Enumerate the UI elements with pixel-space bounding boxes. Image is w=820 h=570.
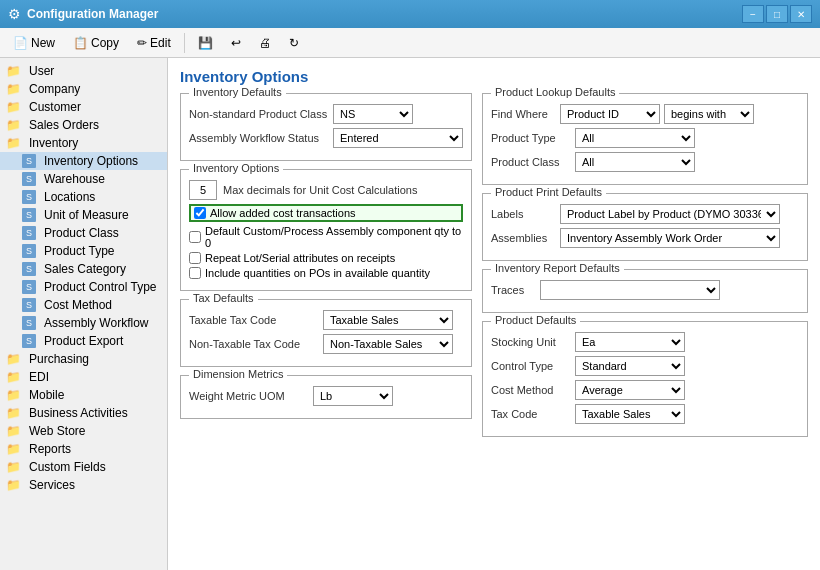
sidebar-item-label: Product Class — [44, 226, 119, 240]
assembly-select[interactable]: Entered — [333, 128, 463, 148]
non-std-select[interactable]: NS — [333, 104, 413, 124]
item-icon: S — [22, 208, 36, 222]
sidebar-item-customer[interactable]: 📁Customer — [0, 98, 167, 116]
item-icon: S — [22, 244, 36, 258]
sidebar-item-sales-category[interactable]: SSales Category — [0, 260, 167, 278]
sidebar-item-services[interactable]: 📁Services — [0, 476, 167, 494]
product-lookup-content: Find Where Product ID begins with Produc… — [491, 104, 799, 172]
weight-select[interactable]: Lb — [313, 386, 393, 406]
inventory-defaults-content: Non-standard Product Class NS Assembly W… — [189, 104, 463, 148]
sidebar-item-business-activities[interactable]: 📁Business Activities — [0, 404, 167, 422]
refresh-button[interactable]: ↻ — [282, 33, 306, 53]
sidebar-item-inventory-options[interactable]: SInventory Options — [0, 152, 167, 170]
sidebar-item-label: Product Type — [44, 244, 115, 258]
sidebar-item-label: Customer — [29, 100, 81, 114]
sidebar-item-mobile[interactable]: 📁Mobile — [0, 386, 167, 404]
product-type-select[interactable]: All — [575, 128, 695, 148]
folder-icon: 📁 — [6, 82, 21, 96]
sidebar-item-user[interactable]: 📁User — [0, 62, 167, 80]
control-type-label: Control Type — [491, 360, 571, 372]
sidebar-item-product-export[interactable]: SProduct Export — [0, 332, 167, 350]
sidebar-item-product-class[interactable]: SProduct Class — [0, 224, 167, 242]
back-button[interactable]: ↩ — [224, 33, 248, 53]
include-quantities-checkbox[interactable] — [189, 267, 201, 279]
taxable-select[interactable]: Taxable Sales — [323, 310, 453, 330]
include-quantities-label: Include quantities on POs in available q… — [205, 267, 430, 279]
sidebar-item-label: Purchasing — [29, 352, 89, 366]
labels-select[interactable]: Product Label by Product (DYMO 30336) — [560, 204, 780, 224]
print-button[interactable]: 🖨 — [252, 33, 278, 53]
allow-added-cost-checkbox[interactable] — [194, 207, 206, 219]
control-type-select[interactable]: Standard — [575, 356, 685, 376]
sidebar-item-label: Web Store — [29, 424, 85, 438]
restore-button[interactable]: □ — [766, 5, 788, 23]
sidebar-item-company[interactable]: 📁Company — [0, 80, 167, 98]
tax-code-select[interactable]: Taxable Sales — [575, 404, 685, 424]
sidebar-item-inventory[interactable]: 📁Inventory — [0, 134, 167, 152]
taxable-row: Taxable Tax Code Taxable Sales — [189, 310, 463, 330]
copy-icon: 📋 — [73, 36, 88, 50]
close-button[interactable]: ✕ — [790, 5, 812, 23]
non-taxable-label: Non-Taxable Tax Code — [189, 338, 319, 350]
max-decimals-label: Max decimals for Unit Cost Calculations — [223, 184, 417, 196]
find-where-select[interactable]: Product ID — [560, 104, 660, 124]
sidebar-item-reports[interactable]: 📁Reports — [0, 440, 167, 458]
sidebar-item-label: Custom Fields — [29, 460, 106, 474]
new-button[interactable]: 📄 New — [6, 33, 62, 53]
edit-icon: ✏ — [137, 36, 147, 50]
default-custom-checkbox[interactable] — [189, 231, 201, 243]
sidebar-item-label: Reports — [29, 442, 71, 456]
tax-defaults-content: Taxable Tax Code Taxable Sales Non-Taxab… — [189, 310, 463, 354]
item-icon: S — [22, 190, 36, 204]
sidebar-item-cost-method[interactable]: SCost Method — [0, 296, 167, 314]
sidebar-item-purchasing[interactable]: 📁Purchasing — [0, 350, 167, 368]
sidebar-item-edi[interactable]: 📁EDI — [0, 368, 167, 386]
repeat-lot-checkbox[interactable] — [189, 252, 201, 264]
folder-icon: 📁 — [6, 424, 21, 438]
dimension-metrics-group: Dimension Metrics Weight Metric UOM Lb — [180, 375, 472, 419]
product-lookup-group: Product Lookup Defaults Find Where Produ… — [482, 93, 808, 185]
folder-icon: 📁 — [6, 388, 21, 402]
sidebar-item-locations[interactable]: SLocations — [0, 188, 167, 206]
item-icon: S — [22, 172, 36, 186]
toolbar: 📄 New 📋 Copy ✏ Edit 💾 ↩ 🖨 ↻ — [0, 28, 820, 58]
sidebar-item-assembly-workflow[interactable]: SAssembly Workflow — [0, 314, 167, 332]
max-decimals-input[interactable] — [189, 180, 217, 200]
default-custom-label: Default Custom/Process Assembly componen… — [205, 225, 463, 249]
product-type-row: Product Type All — [491, 128, 799, 148]
minimize-button[interactable]: − — [742, 5, 764, 23]
begins-with-select[interactable]: begins with — [664, 104, 754, 124]
sidebar-item-label: Company — [29, 82, 80, 96]
product-class-select[interactable]: All — [575, 152, 695, 172]
sidebar-item-web-store[interactable]: 📁Web Store — [0, 422, 167, 440]
window-controls[interactable]: − □ ✕ — [742, 5, 812, 23]
folder-icon: 📁 — [6, 136, 21, 150]
sidebar-item-unit-of-measure[interactable]: SUnit of Measure — [0, 206, 167, 224]
edit-button[interactable]: ✏ Edit — [130, 33, 178, 53]
sidebar-item-warehouse[interactable]: SWarehouse — [0, 170, 167, 188]
app-icon: ⚙ — [8, 6, 21, 22]
copy-button[interactable]: 📋 Copy — [66, 33, 126, 53]
non-taxable-select[interactable]: Non-Taxable Sales — [323, 334, 453, 354]
product-defaults-content: Stocking Unit Ea Control Type Standard — [491, 332, 799, 424]
sidebar-item-custom-fields[interactable]: 📁Custom Fields — [0, 458, 167, 476]
sidebar-item-product-type[interactable]: SProduct Type — [0, 242, 167, 260]
refresh-icon: ↻ — [289, 36, 299, 50]
sidebar-item-product-control-type[interactable]: SProduct Control Type — [0, 278, 167, 296]
cost-method-label: Cost Method — [491, 384, 571, 396]
assemblies-select[interactable]: Inventory Assembly Work Order — [560, 228, 780, 248]
folder-icon: 📁 — [6, 64, 21, 78]
content-area: Inventory Options Inventory Defaults Non… — [168, 58, 820, 570]
product-print-content: Labels Product Label by Product (DYMO 30… — [491, 204, 799, 248]
save-button[interactable]: 💾 — [191, 33, 220, 53]
back-icon: ↩ — [231, 36, 241, 50]
find-where-row: Find Where Product ID begins with — [491, 104, 799, 124]
sidebar: 📁User📁Company📁Customer📁Sales Orders📁Inve… — [0, 58, 168, 570]
non-std-label: Non-standard Product Class — [189, 108, 329, 120]
page-title: Inventory Options — [180, 68, 808, 85]
sidebar-item-sales-orders[interactable]: 📁Sales Orders — [0, 116, 167, 134]
cost-method-select[interactable]: Average — [575, 380, 685, 400]
traces-select[interactable] — [540, 280, 720, 300]
stocking-select[interactable]: Ea — [575, 332, 685, 352]
max-decimals-row: Max decimals for Unit Cost Calculations — [189, 180, 463, 200]
